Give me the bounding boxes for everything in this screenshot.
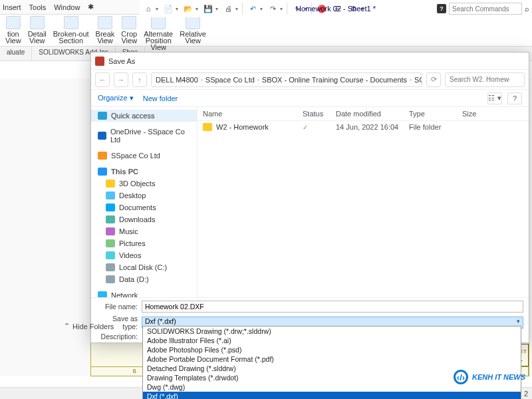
tab-evaluate[interactable]: aluate [0, 47, 32, 61]
menu-help[interactable]: ✱ [88, 3, 94, 11]
nav-music[interactable]: Music [91, 225, 197, 237]
undo-icon[interactable]: ↶ [247, 3, 259, 15]
nav-this-pc[interactable]: This PC [91, 166, 197, 178]
help-icon[interactable]: ? [437, 4, 446, 13]
nav-documents[interactable]: Documents [91, 201, 197, 213]
chevron-down-icon: ⌃ [64, 322, 70, 331]
type-option-dxf[interactable]: Dxf (*.dxf) [143, 392, 521, 399]
watermark-icon: ‹/› [454, 370, 468, 384]
nav-pictures[interactable]: Pictures [91, 237, 197, 249]
nav-videos[interactable]: Videos [91, 249, 197, 261]
nav-disk-d[interactable]: Data (D:) [91, 273, 197, 285]
filename-label: File name: [96, 303, 142, 311]
nav-onedrive[interactable]: OneDrive - SSpace Co Ltd [91, 126, 197, 146]
document-title: Homework 02 - Sheet1 * [296, 5, 376, 13]
redo-icon[interactable]: ↷ [267, 3, 279, 15]
dialog-bottom: File name: Save as type: Dxf (*.dxf) Des… [91, 297, 529, 342]
ribbon-broken-section[interactable]: Broken-out Section [51, 16, 92, 44]
nav-back-button[interactable]: ← [95, 72, 110, 87]
nav-refresh-button[interactable]: ⟳ [426, 72, 441, 87]
nav-forward-button[interactable]: → [114, 72, 128, 87]
help-button[interactable]: ? [507, 92, 522, 104]
save-as-dialog: Save As ← → ↑ DELL M4800› SSpace Co Ltd›… [90, 52, 529, 343]
nav-desktop[interactable]: Desktop [91, 190, 197, 201]
nav-downloads[interactable]: Downloads [91, 213, 197, 225]
breadcrumb[interactable]: SBOX - Online Training Course - Document… [262, 76, 407, 84]
solidworks-icon [95, 57, 104, 66]
organize-button[interactable]: Organize ▾ [98, 94, 134, 102]
ribbon-alt-position[interactable]: Alternate Position View [141, 16, 176, 51]
ribbon-detail-view[interactable]: Detail View [25, 16, 49, 44]
home-icon[interactable]: ⌂ [142, 3, 154, 15]
type-option[interactable]: Adobe Photoshop Files (*.psd) [143, 345, 521, 354]
nav-3d-objects[interactable]: 3D Objects [91, 178, 197, 190]
breadcrumb[interactable]: SOLIDWORKS Essential [414, 76, 422, 84]
filename-input[interactable] [142, 301, 523, 313]
nav-sspace[interactable]: SSpace Co Ltd [91, 150, 197, 162]
dialog-title: Save As [108, 57, 135, 65]
menu-tools[interactable]: Tools [29, 3, 47, 11]
watermark: ‹/› KENH IT NEWS [454, 370, 525, 384]
nav-up-button[interactable]: ↑ [132, 72, 147, 87]
ribbon-relative-view[interactable]: Relative View [177, 16, 209, 44]
sync-status-icon: ✓ [303, 124, 336, 131]
folder-icon [203, 123, 212, 131]
dialog-navbar: ← → ↑ DELL M4800› SSpace Co Ltd› SBOX - … [91, 70, 529, 90]
search-commands-input[interactable] [449, 3, 522, 15]
quick-toolbar: ⌂▾ 📄▾ 📂▾ 💾▾ 🖨▾ ↶▾ ↷▾ ↖▾ 🔴 ☰ ⚙▾ Homework … [140, 0, 532, 17]
ribbon-section-view[interactable]: tion View [3, 16, 24, 44]
type-option[interactable]: SOLIDWORKS Drawing (*.drw;*.slddrw) [143, 327, 521, 336]
new-icon[interactable]: 📄 [162, 3, 174, 15]
nav-disk-c[interactable]: Local Disk (C:) [91, 261, 197, 273]
description-label: Description: [96, 332, 142, 340]
type-option[interactable]: Adobe Illustrator Files (*.ai) [143, 336, 521, 345]
file-list[interactable]: NameStatus Date modifiedTypeSize W2 - Ho… [198, 107, 529, 297]
search-icon[interactable]: ⌕ [525, 5, 529, 13]
menu-window[interactable]: Window [54, 3, 80, 11]
nav-tree[interactable]: Quick access OneDrive - SSpace Co Ltd SS… [91, 107, 198, 297]
ribbon-break-view[interactable]: Break View [93, 16, 118, 44]
new-folder-button[interactable]: New folder [143, 94, 178, 102]
save-type-dropdown[interactable]: SOLIDWORKS Drawing (*.drw;*.slddrw) Adob… [142, 326, 521, 399]
open-icon[interactable]: 📂 [182, 3, 194, 15]
hide-folders-button[interactable]: ⌃ Hide Folders [64, 322, 114, 331]
save-icon[interactable]: 💾 [202, 3, 214, 15]
breadcrumb[interactable]: DELL M4800 [156, 76, 198, 84]
breadcrumb[interactable]: SSpace Co Ltd [205, 76, 255, 84]
nav-network[interactable]: Network [91, 289, 197, 297]
menu-insert[interactable]: Insert [3, 3, 21, 11]
ribbon: tion View Detail View Broken-out Section… [0, 15, 532, 47]
view-mode-button[interactable]: ☷ ▾ [487, 92, 502, 104]
dialog-titlebar: Save As [91, 53, 529, 70]
address-bar[interactable]: DELL M4800› SSpace Co Ltd› SBOX - Online… [151, 72, 422, 87]
file-list-header[interactable]: NameStatus Date modifiedTypeSize [198, 107, 529, 121]
dialog-toolbar: Organize ▾ New folder ☷ ▾ ? [91, 90, 529, 107]
type-option[interactable]: Adobe Portable Document Format (*.pdf) [143, 354, 521, 364]
nav-quick-access[interactable]: Quick access [91, 110, 197, 122]
folder-search-input[interactable] [445, 72, 525, 87]
print-icon[interactable]: 🖨 [222, 3, 234, 15]
ribbon-crop-view[interactable]: Crop View [118, 16, 140, 44]
file-row[interactable]: W2 - Homework ✓ 14 Jun, 2022 16:04 File … [198, 121, 529, 133]
